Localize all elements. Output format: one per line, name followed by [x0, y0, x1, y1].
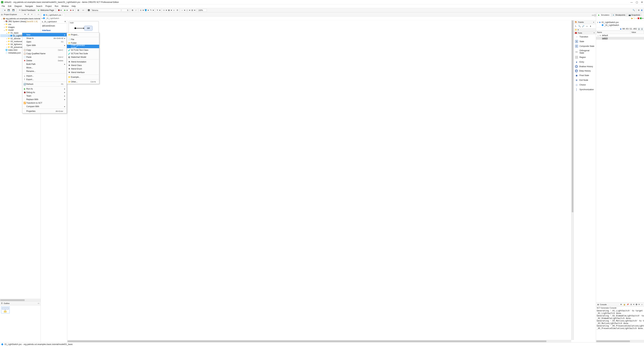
ctx-run-as[interactable]: ▶Run As▸: [22, 87, 66, 91]
search-icon[interactable]: 🔍: [632, 9, 635, 12]
dist-tool[interactable]: ≡: [172, 9, 175, 12]
toggle-toolbar-2[interactable]: ▭: [81, 9, 85, 12]
context-menu-new-submenu[interactable]: 📁Project...📄File📁Folder⚙Code generator m…: [67, 32, 99, 84]
console-display-button[interactable]: 🖥: [630, 303, 632, 306]
tree-row[interactable]: ⌄📁model: [0, 29, 40, 31]
tab-breakpoints[interactable]: ●Breakpoints: [611, 14, 627, 16]
hide-tool[interactable]: ▢: [186, 9, 188, 12]
step-button[interactable]: ⤵: [634, 17, 634, 20]
diagram-canvas[interactable]: main Off: [67, 20, 571, 340]
send-feedback-button[interactable]: ✉Send Feedback: [18, 9, 36, 12]
ctx-new[interactable]: New▸: [22, 33, 66, 37]
perspective-current[interactable]: ◧: [641, 9, 643, 12]
console-min-button[interactable]: ▭: [641, 303, 643, 306]
pointer-tool[interactable]: ↖: [574, 25, 577, 28]
router-button[interactable]: ↯: [156, 9, 159, 12]
nv-col-name[interactable]: Name: [596, 31, 630, 34]
auto-size-tool[interactable]: ↔: [181, 9, 184, 12]
menu-navigate[interactable]: Navigate: [24, 5, 34, 8]
layout-tool[interactable]: ▥: [191, 9, 194, 12]
ctx-paste[interactable]: 📄PasteCtrl+V: [22, 55, 66, 59]
zoom-combo[interactable]: 100%: [198, 9, 207, 12]
step-over-button[interactable]: ⤼: [635, 17, 637, 20]
palette-item-transition[interactable]: →Transition: [574, 35, 596, 39]
ctx-export[interactable]: ⭱Export...: [22, 78, 66, 81]
console-new-button[interactable]: ➕: [635, 303, 638, 306]
menu-diagram[interactable]: Diagram: [13, 5, 23, 8]
filter-button[interactable]: ▾: [30, 13, 33, 16]
ctx-properties[interactable]: PropertiesAlt+Enter: [22, 109, 66, 113]
collapse-all-button[interactable]: ⇆: [24, 13, 26, 16]
palette-item-state[interactable]: SState: [574, 39, 596, 44]
ctx-xtend-enum[interactable]: ✱Xtend Enum: [67, 67, 99, 71]
font-color-button[interactable]: A: [139, 9, 142, 12]
palette-item-choice[interactable]: ◇Choice: [574, 82, 596, 87]
editor-tab-active[interactable]: 🔷 01_LightSwitch.ysc ×: [42, 14, 65, 16]
ctx-debug-as[interactable]: 🐞Debug As▸: [22, 91, 66, 94]
dist2-tool[interactable]: ≣: [176, 9, 178, 12]
menu-help[interactable]: Help: [70, 5, 77, 8]
ctx-replace-with[interactable]: Replace With▸: [22, 98, 66, 101]
maximize-button[interactable]: ▢: [636, 1, 638, 4]
canvas-hscroll[interactable]: [67, 340, 571, 342]
ctx-xtend-interface[interactable]: ✱Xtend Interface: [67, 71, 99, 74]
ctx-project[interactable]: 📁Project...: [67, 33, 99, 37]
editor-max-button[interactable]: ▢: [594, 14, 596, 16]
sim-file[interactable]: 01_LightSwitch.ysc: [602, 21, 619, 24]
palette-drawer[interactable]: 📁▾: [574, 28, 596, 31]
font-name-combo[interactable]: Tahoma: [91, 9, 121, 12]
initial-transition[interactable]: [76, 28, 84, 28]
terminate-button[interactable]: [638, 18, 639, 19]
breadcrumb[interactable]: ▸ 🔷 _01_LightSwitch: [41, 17, 596, 20]
pin-icon[interactable]: ⚬: [593, 32, 595, 34]
close-tab-icon[interactable]: ×: [62, 14, 63, 16]
link-editor-button[interactable]: ⇵: [27, 13, 30, 16]
tab-simulation[interactable]: ▶Simulation: [597, 14, 611, 16]
ctx-xtend-annotation[interactable]: ✱Xtend Annotation: [67, 60, 99, 64]
tree-row[interactable]: ›📁images: [0, 26, 40, 29]
debug-dropdown[interactable]: 🐞▾: [57, 9, 62, 12]
palette-item-shallow-history[interactable]: HShallow History: [574, 64, 596, 69]
context-menu-primary[interactable]: New▸Show InAlt+Shift+W▸OpenF3Open With▸📋…: [22, 32, 67, 113]
sim-menu-button[interactable]: ▾: [642, 17, 643, 20]
ctx-file[interactable]: 📄File: [67, 38, 99, 41]
palette-item-synchronization[interactable]: │Synchronization: [574, 87, 596, 92]
console-clear-button[interactable]: ✖: [620, 303, 622, 306]
ext-tools-dropdown[interactable]: ▶▾: [69, 9, 74, 12]
close-button[interactable]: ✕: [641, 1, 643, 4]
canvas-vscroll[interactable]: [571, 20, 574, 340]
ctx-sctunit-test-class[interactable]: 🧪SCTUnit Test Class: [67, 48, 99, 52]
welcome-page-button[interactable]: ◐Welcome Page: [37, 9, 55, 12]
menu-file[interactable]: File: [0, 5, 6, 8]
ctx-code-generator-model[interactable]: ⚙Code generator model: [67, 45, 99, 48]
ctx-show-in[interactable]: Show InAlt+Shift+W▸: [22, 37, 66, 40]
menu-run[interactable]: Run: [53, 5, 60, 8]
toggle-toolbar-1[interactable]: ◧: [76, 9, 80, 12]
resume-button[interactable]: ▶: [632, 17, 633, 20]
font-size-combo[interactable]: 9: [122, 9, 129, 12]
ctx-rename[interactable]: Rename...: [22, 69, 66, 73]
ctx-xtend-class[interactable]: ✱Xtend Class: [67, 64, 99, 67]
palette-item-orthogonal-state[interactable]: ▭Orthogonal State: [574, 49, 596, 55]
sim-chart[interactable]: _01_LightSwitch: [604, 24, 619, 26]
ctx-move[interactable]: Move...: [22, 66, 66, 69]
ctx-build-path[interactable]: Build Path▸: [22, 62, 66, 66]
ctx-transform-to-sct[interactable]: 🔁Transform to SCT: [22, 101, 66, 105]
menubar[interactable]: FileEditDiagramNavigateSearchProjectRunW…: [0, 4, 644, 8]
timer-btn-1[interactable]: ⊞: [638, 28, 640, 30]
ctx-sctunit-test-suite[interactable]: 🧪SCTUnit Test Suite: [67, 52, 99, 55]
tree-row[interactable]: ›📚JRE System Library [JavaSE-1.8]: [0, 20, 40, 23]
tab-snapshots[interactable]: 📷Snapshots: [627, 14, 642, 16]
nv-rows[interactable]: ⌄≡defaultswitch: [596, 34, 644, 302]
console-lock-button[interactable]: 🔒: [623, 303, 626, 306]
select-tool[interactable]: ▭: [162, 9, 165, 12]
outline-min-button[interactable]: ▭: [37, 302, 40, 304]
align-tool[interactable]: ▦: [168, 9, 170, 12]
tree-row[interactable]: ›📁css: [0, 23, 40, 26]
nv-row[interactable]: switch: [596, 37, 644, 40]
ctx-open-with[interactable]: Open With▸: [22, 44, 66, 47]
minimize-button[interactable]: —: [630, 1, 633, 4]
zoom-out-tool[interactable]: 🔎: [582, 25, 584, 28]
ctx-copy[interactable]: 📋CopyCtrl+C: [22, 48, 66, 52]
fill-color-button[interactable]: 🪣: [144, 9, 147, 12]
